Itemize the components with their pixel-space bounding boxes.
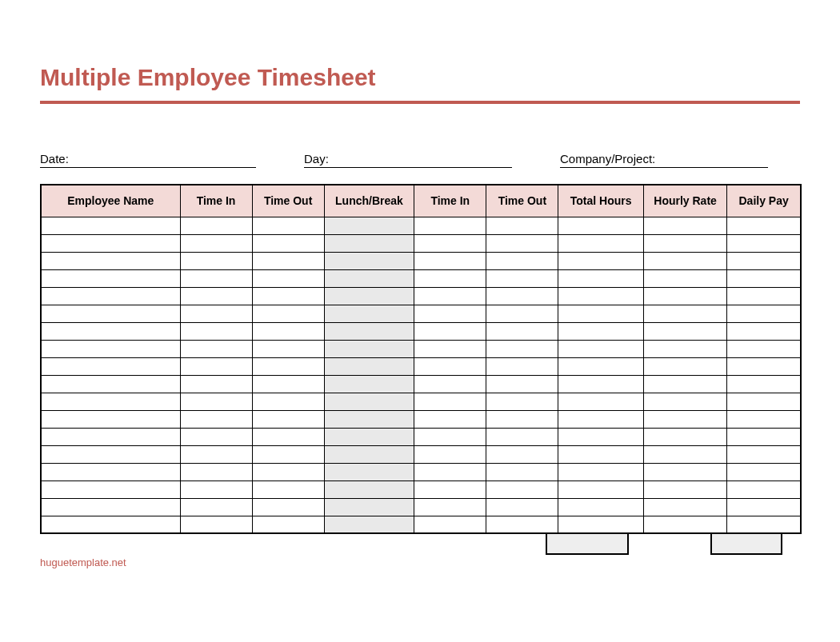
cell[interactable] bbox=[558, 393, 643, 410]
cell[interactable] bbox=[41, 252, 180, 269]
cell[interactable] bbox=[727, 287, 801, 305]
cell[interactable] bbox=[643, 463, 726, 481]
cell[interactable] bbox=[414, 445, 486, 463]
cell[interactable] bbox=[252, 357, 324, 375]
cell[interactable] bbox=[558, 481, 643, 498]
cell[interactable] bbox=[727, 445, 801, 463]
cell[interactable] bbox=[324, 375, 414, 393]
cell[interactable] bbox=[486, 481, 558, 498]
cell[interactable] bbox=[324, 234, 414, 252]
cell[interactable] bbox=[41, 217, 180, 234]
cell[interactable] bbox=[486, 445, 558, 463]
cell[interactable] bbox=[558, 269, 643, 287]
cell[interactable] bbox=[414, 305, 486, 322]
cell[interactable] bbox=[41, 516, 180, 533]
cell[interactable] bbox=[180, 252, 252, 269]
cell[interactable] bbox=[643, 269, 726, 287]
cell[interactable] bbox=[252, 463, 324, 481]
cell[interactable] bbox=[414, 234, 486, 252]
cell[interactable] bbox=[324, 269, 414, 287]
cell[interactable] bbox=[252, 234, 324, 252]
cell[interactable] bbox=[727, 340, 801, 357]
cell[interactable] bbox=[180, 498, 252, 516]
cell[interactable] bbox=[486, 252, 558, 269]
cell[interactable] bbox=[180, 481, 252, 498]
cell[interactable] bbox=[558, 375, 643, 393]
cell[interactable] bbox=[414, 516, 486, 533]
cell[interactable] bbox=[324, 357, 414, 375]
cell[interactable] bbox=[180, 357, 252, 375]
cell[interactable] bbox=[414, 428, 486, 445]
cell[interactable] bbox=[727, 463, 801, 481]
cell[interactable] bbox=[558, 217, 643, 234]
cell[interactable] bbox=[324, 322, 414, 340]
cell[interactable] bbox=[643, 287, 726, 305]
cell[interactable] bbox=[643, 305, 726, 322]
cell[interactable] bbox=[558, 410, 643, 428]
cell[interactable] bbox=[558, 357, 643, 375]
cell[interactable] bbox=[180, 393, 252, 410]
cell[interactable] bbox=[252, 428, 324, 445]
cell[interactable] bbox=[180, 516, 252, 533]
cell[interactable] bbox=[252, 410, 324, 428]
cell[interactable] bbox=[180, 375, 252, 393]
cell[interactable] bbox=[486, 357, 558, 375]
cell[interactable] bbox=[324, 252, 414, 269]
cell[interactable] bbox=[558, 463, 643, 481]
cell[interactable] bbox=[252, 269, 324, 287]
cell[interactable] bbox=[252, 375, 324, 393]
cell[interactable] bbox=[252, 516, 324, 533]
date-field[interactable]: Date: bbox=[40, 152, 256, 168]
cell[interactable] bbox=[643, 445, 726, 463]
cell[interactable] bbox=[643, 410, 726, 428]
cell[interactable] bbox=[486, 305, 558, 322]
cell[interactable] bbox=[486, 393, 558, 410]
cell[interactable] bbox=[252, 322, 324, 340]
cell[interactable] bbox=[41, 340, 180, 357]
cell[interactable] bbox=[643, 498, 726, 516]
cell[interactable] bbox=[727, 234, 801, 252]
cell[interactable] bbox=[180, 410, 252, 428]
cell[interactable] bbox=[180, 305, 252, 322]
cell[interactable] bbox=[180, 428, 252, 445]
cell[interactable] bbox=[180, 445, 252, 463]
cell[interactable] bbox=[324, 481, 414, 498]
cell[interactable] bbox=[180, 322, 252, 340]
cell[interactable] bbox=[727, 252, 801, 269]
cell[interactable] bbox=[643, 375, 726, 393]
cell[interactable] bbox=[558, 287, 643, 305]
cell[interactable] bbox=[41, 234, 180, 252]
cell[interactable] bbox=[252, 498, 324, 516]
cell[interactable] bbox=[727, 516, 801, 533]
cell[interactable] bbox=[486, 375, 558, 393]
cell[interactable] bbox=[727, 217, 801, 234]
cell[interactable] bbox=[41, 498, 180, 516]
cell[interactable] bbox=[727, 428, 801, 445]
cell[interactable] bbox=[180, 269, 252, 287]
cell[interactable] bbox=[486, 269, 558, 287]
cell[interactable] bbox=[643, 322, 726, 340]
cell[interactable] bbox=[252, 393, 324, 410]
cell[interactable] bbox=[558, 252, 643, 269]
cell[interactable] bbox=[486, 410, 558, 428]
cell[interactable] bbox=[252, 217, 324, 234]
cell[interactable] bbox=[41, 393, 180, 410]
cell[interactable] bbox=[180, 287, 252, 305]
cell[interactable] bbox=[41, 481, 180, 498]
cell[interactable] bbox=[41, 463, 180, 481]
cell[interactable] bbox=[727, 393, 801, 410]
cell[interactable] bbox=[414, 410, 486, 428]
cell[interactable] bbox=[252, 481, 324, 498]
cell[interactable] bbox=[486, 498, 558, 516]
day-field[interactable]: Day: bbox=[304, 152, 512, 168]
cell[interactable] bbox=[486, 516, 558, 533]
cell[interactable] bbox=[324, 445, 414, 463]
cell[interactable] bbox=[727, 322, 801, 340]
cell[interactable] bbox=[558, 516, 643, 533]
company-field[interactable]: Company/Project: bbox=[560, 152, 768, 168]
cell[interactable] bbox=[643, 393, 726, 410]
cell[interactable] bbox=[41, 322, 180, 340]
cell[interactable] bbox=[252, 340, 324, 357]
cell[interactable] bbox=[558, 322, 643, 340]
cell[interactable] bbox=[180, 234, 252, 252]
